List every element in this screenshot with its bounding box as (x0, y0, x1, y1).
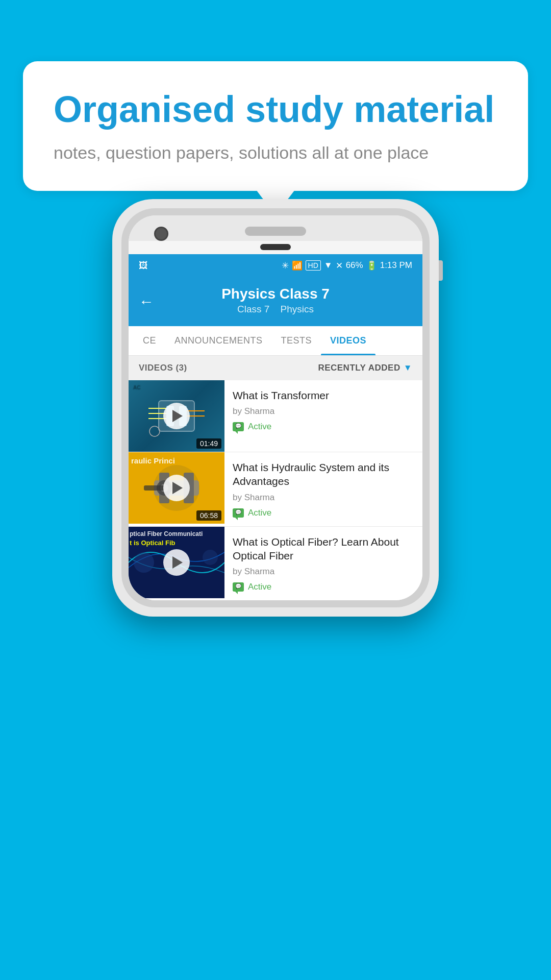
video-author-1: by Sharma (233, 406, 414, 416)
header-subtitle: Class 7 Physics (139, 304, 412, 315)
video-item-2[interactable]: raulic Princi 06:58 What is Hydraulic Sy… (129, 452, 422, 527)
bubble-subtitle: notes, question papers, solutions all at… (54, 141, 497, 165)
time: 1:13 PM (380, 260, 412, 271)
status-bar: 🖼 ✳ 📶 HD ▼ ✕ 66% 🔋 1:13 PM (129, 254, 422, 277)
phone-camera (154, 227, 168, 241)
status-label-2: Active (248, 508, 271, 518)
battery-percent: 66% (346, 260, 363, 271)
speech-bubble: Organised study material notes, question… (23, 61, 528, 191)
svg-text:raulic Princi: raulic Princi (131, 456, 175, 465)
video-title-1: What is Transformer (233, 388, 414, 402)
image-icon: 🖼 (139, 260, 148, 271)
video-status-1: 💬 Active (233, 422, 414, 432)
chat-icon-1: 💬 (233, 422, 244, 431)
video-title-2: What is Hydraulic System and its Advanta… (233, 460, 414, 488)
tab-ce[interactable]: CE (134, 326, 165, 355)
volume-button (439, 260, 443, 281)
play-button-2[interactable] (163, 475, 190, 501)
phone-mockup: 🖼 ✳ 📶 HD ▼ ✕ 66% 🔋 1:13 PM (112, 199, 439, 617)
phone-outer-shell: 🖼 ✳ 📶 HD ▼ ✕ 66% 🔋 1:13 PM (112, 199, 439, 617)
video-thumb-3: ptical Fiber Communicati t is Optical Fi… (129, 527, 224, 598)
tabs-bar: CE ANNOUNCEMENTS TESTS VIDEOS (129, 326, 422, 356)
play-icon-1 (172, 410, 183, 422)
video-item-3[interactable]: ptical Fiber Communicati t is Optical Fi… (129, 527, 422, 601)
svg-rect-16 (144, 485, 164, 491)
play-button-1[interactable] (163, 403, 190, 429)
wifi-icon: ▼ (324, 260, 333, 271)
svg-point-19 (134, 552, 154, 573)
svg-text:ptical Fiber Communicati: ptical Fiber Communicati (130, 530, 203, 537)
video-info-1: What is Transformer by Sharma 💬 Active (224, 380, 422, 440)
videos-count: VIDEOS (3) (139, 363, 187, 373)
header-title: Physics Class 7 (139, 286, 412, 302)
video-thumb-2: raulic Princi 06:58 (129, 452, 224, 524)
status-label-1: Active (248, 422, 271, 432)
phone-screen-area: 🖼 ✳ 📶 HD ▼ ✕ 66% 🔋 1:13 PM (129, 215, 422, 600)
chevron-down-icon: ▼ (404, 363, 412, 373)
video-author-3: by Sharma (233, 567, 414, 577)
battery-icon: 🔋 (366, 260, 377, 271)
video-title-3: What is Optical Fiber? Learn About Optic… (233, 535, 414, 563)
video-info-3: What is Optical Fiber? Learn About Optic… (224, 527, 422, 601)
phone-top-bar (129, 215, 422, 241)
sort-button[interactable]: RECENTLY ADDED ▼ (318, 363, 412, 373)
videos-header: VIDEOS (3) RECENTLY ADDED ▼ (129, 356, 422, 380)
chat-icon-2: 💬 (233, 508, 244, 518)
video-status-3: 💬 Active (233, 582, 414, 592)
status-label-3: Active (248, 582, 271, 592)
screen: 🖼 ✳ 📶 HD ▼ ✕ 66% 🔋 1:13 PM (129, 254, 422, 600)
bluetooth-icon: ✳ (282, 260, 289, 271)
status-right: ✳ 📶 HD ▼ ✕ 66% 🔋 1:13 PM (282, 260, 412, 271)
back-button[interactable]: ← (139, 293, 154, 310)
class-label: Class 7 (237, 304, 269, 314)
tab-announcements[interactable]: ANNOUNCEMENTS (165, 326, 272, 355)
tab-videos[interactable]: VIDEOS (321, 326, 375, 355)
video-status-2: 💬 Active (233, 508, 414, 518)
play-icon-2 (172, 482, 183, 494)
subject-label: Physics (281, 304, 314, 314)
bubble-title: Organised study material (54, 89, 497, 130)
phone-inner-shell: 🖼 ✳ 📶 HD ▼ ✕ 66% 🔋 1:13 PM (121, 208, 430, 607)
play-button-3[interactable] (163, 549, 190, 576)
chat-icon-3: 💬 (233, 582, 244, 592)
video-thumb-1: 01:49 AC (129, 380, 224, 452)
phone-speaker (245, 227, 306, 236)
video-author-2: by Sharma (233, 493, 414, 503)
signal-icon: 📶 (292, 260, 303, 271)
speech-bubble-container: Organised study material notes, question… (23, 61, 528, 191)
video-duration-2: 06:58 (196, 510, 221, 521)
tab-tests[interactable]: TESTS (272, 326, 321, 355)
svg-point-8 (149, 426, 160, 436)
svg-text:t is Optical Fib: t is Optical Fib (130, 539, 176, 547)
hd-badge: HD (306, 260, 321, 271)
data-icon: ✕ (336, 260, 343, 271)
phone-home-bump (260, 244, 291, 250)
app-header: ← Physics Class 7 Class 7 Physics (129, 277, 422, 326)
video-item-1[interactable]: 01:49 AC What is Transformer by Sharma 💬… (129, 380, 422, 452)
sort-label: RECENTLY ADDED (318, 363, 400, 373)
status-left: 🖼 (139, 260, 148, 271)
video-info-2: What is Hydraulic System and its Advanta… (224, 452, 422, 526)
video-duration-1: 01:49 (196, 438, 221, 449)
play-icon-3 (172, 556, 183, 569)
thumb-text-1: AC (129, 380, 224, 395)
svg-point-20 (203, 550, 218, 565)
